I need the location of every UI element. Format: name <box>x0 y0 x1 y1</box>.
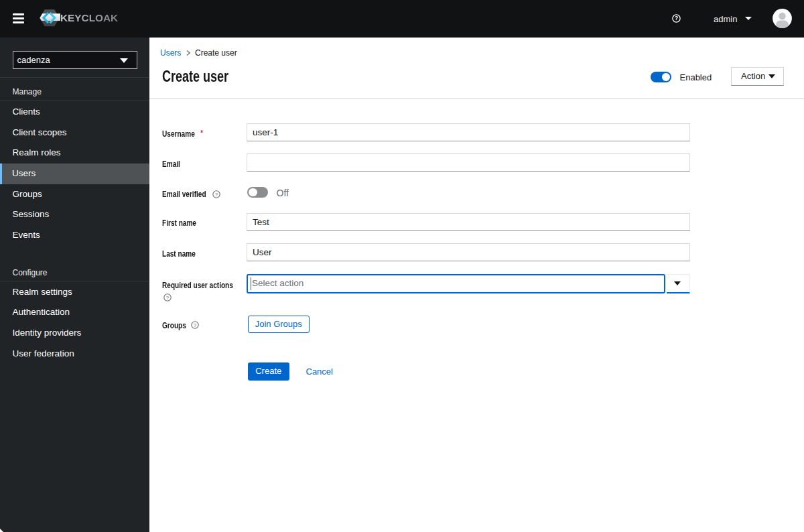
svg-text:?: ? <box>194 322 197 328</box>
svg-text:?: ? <box>675 15 678 22</box>
svg-text:?: ? <box>214 192 218 198</box>
svg-text:?: ? <box>166 295 170 301</box>
